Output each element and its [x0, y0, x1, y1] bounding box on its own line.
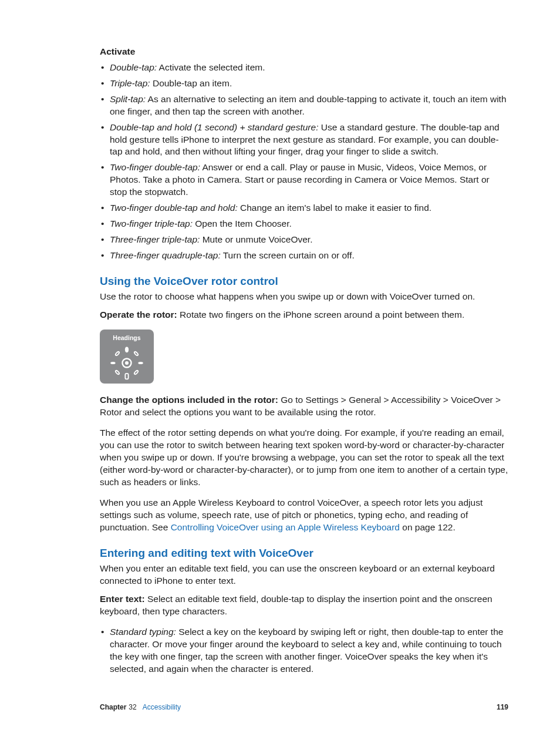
list-item: Two-finger double-tap: Answer or end a c… [100, 162, 508, 199]
rotor-intro: Use the rotor to choose what happens whe… [100, 291, 508, 303]
gesture-term: Two-finger double-tap and hold: [110, 203, 238, 213]
gesture-term: Split-tap: [110, 94, 146, 104]
rotor-effect: The effect of the rotor setting depends … [100, 427, 508, 489]
editing-enter-desc: Select an editable text field, double-ta… [100, 594, 492, 616]
rotor-keyboard-post: on page 122. [400, 522, 456, 532]
footer-page-number: 119 [497, 702, 508, 712]
gesture-desc: Change an item's label to make it easier… [238, 203, 431, 213]
list-item: Double-tap: Activate the selected item. [100, 62, 508, 74]
activate-heading: Activate [100, 46, 508, 58]
rotor-change: Change the options included in the rotor… [100, 394, 508, 419]
list-item: Standard typing: Select a key on the key… [100, 626, 508, 675]
svg-rect-3 [125, 374, 128, 379]
list-item: Triple-tap: Double-tap an item. [100, 78, 508, 90]
svg-point-1 [125, 361, 129, 365]
list-item: Three-finger quadruple-tap: Turn the scr… [100, 250, 508, 262]
gesture-term: Standard typing: [110, 627, 176, 637]
list-item: Two-finger double-tap and hold: Change a… [100, 202, 508, 214]
gesture-term: Two-finger triple-tap: [110, 218, 193, 228]
svg-point-7 [134, 351, 139, 356]
editing-heading: Entering and editing text with VoiceOver [100, 546, 508, 561]
rotor-operate-desc: Rotate two fingers on the iPhone screen … [177, 310, 464, 320]
footer-chapter-name: Accessibility [143, 702, 181, 712]
list-item: Split-tap: As an alternative to selectin… [100, 93, 508, 118]
rotor-dial-icon [107, 344, 146, 382]
list-item: Two-finger triple-tap: Open the Item Cho… [100, 218, 508, 230]
editing-intro: When you enter an editable text field, y… [100, 563, 508, 587]
gesture-term: Three-finger triple-tap: [110, 234, 200, 244]
svg-point-6 [115, 351, 120, 356]
gesture-term: Double-tap and hold (1 second) + standar… [110, 122, 318, 132]
rotor-widget: Headings [100, 330, 154, 384]
controlling-voiceover-link[interactable]: Controlling VoiceOver using an Apple Wir… [171, 522, 400, 532]
editing-enter-lead: Enter text: [100, 594, 145, 604]
editing-enter: Enter text: Select an editable text fiel… [100, 593, 508, 618]
page-footer: Chapter 32 Accessibility 119 [100, 702, 508, 712]
svg-point-2 [125, 347, 129, 353]
footer-chapter-label: Chapter [100, 702, 126, 712]
gesture-term: Double-tap: [110, 62, 157, 72]
gesture-desc: Double-tap an item. [150, 78, 232, 88]
svg-point-5 [138, 362, 143, 364]
rotor-change-lead: Change the options included in the rotor… [100, 395, 278, 405]
rotor-operate: Operate the rotor: Rotate two fingers on… [100, 309, 508, 321]
gesture-term: Triple-tap: [110, 78, 150, 88]
gesture-desc: Turn the screen curtain on or off. [221, 250, 355, 260]
svg-point-4 [110, 362, 115, 364]
rotor-heading: Using the VoiceOver rotor control [100, 274, 508, 289]
gesture-desc: Mute or unmute VoiceOver. [200, 234, 312, 244]
activate-list: Double-tap: Activate the selected item. … [100, 62, 508, 262]
rotor-operate-lead: Operate the rotor: [100, 310, 177, 320]
page-content: Activate Double-tap: Activate the select… [0, 0, 560, 675]
gesture-term: Two-finger double-tap: [110, 162, 200, 172]
gesture-term: Three-finger quadruple-tap: [110, 250, 221, 260]
svg-point-8 [115, 370, 120, 375]
footer-chapter-num: 32 [129, 702, 136, 712]
svg-point-9 [134, 370, 139, 375]
rotor-widget-label: Headings [113, 334, 140, 342]
list-item: Double-tap and hold (1 second) + standar… [100, 122, 508, 159]
editing-list: Standard typing: Select a key on the key… [100, 626, 508, 675]
gesture-desc: As an alternative to selecting an item a… [110, 94, 507, 116]
list-item: Three-finger triple-tap: Mute or unmute … [100, 234, 508, 246]
gesture-desc: Open the Item Chooser. [193, 218, 292, 228]
rotor-keyboard: When you use an Apple Wireless Keyboard … [100, 497, 508, 534]
gesture-desc: Activate the selected item. [157, 62, 265, 72]
